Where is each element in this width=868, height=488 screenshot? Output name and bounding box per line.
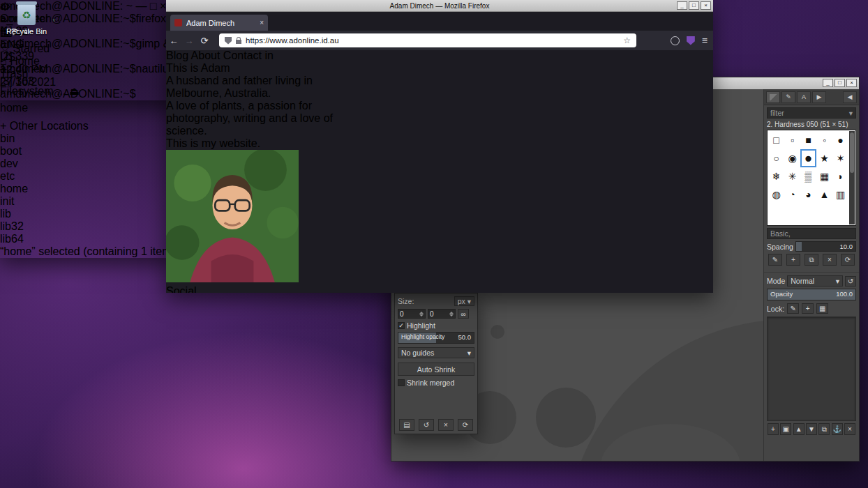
fonts-tab[interactable]: A — [797, 91, 811, 103]
layer-mode-select[interactable]: Normal ▾ — [787, 275, 843, 287]
brush-swatch[interactable]: ◦ — [816, 131, 832, 149]
folder-item[interactable]: etc — [0, 170, 175, 183]
edit-brush-button[interactable]: ✎ — [768, 254, 782, 266]
tracking-shield-icon[interactable] — [225, 37, 232, 45]
lower-layer-button[interactable]: ▼ — [806, 423, 817, 435]
folder-item[interactable]: dev — [0, 158, 175, 170]
firefox-titlebar[interactable]: Adam Dimech — Mozilla Firefox _ □ × — [166, 0, 713, 12]
delete-layer-button[interactable]: × — [844, 423, 855, 435]
tab-close-icon[interactable]: × — [260, 19, 264, 26]
height-spinner[interactable]: 0 — [428, 309, 456, 319]
chain-icon[interactable]: ∞ — [458, 309, 469, 319]
save-options-button[interactable]: ▤ — [399, 419, 414, 431]
spacing-slider[interactable]: 10.0 — [795, 241, 856, 252]
gimp-close-button[interactable]: × — [846, 79, 857, 87]
reload-button[interactable]: ⟳ — [197, 36, 212, 46]
browser-tab[interactable]: Adam Dimech × — [170, 15, 268, 31]
nav-link-blog[interactable]: Blog — [166, 49, 188, 61]
delete-brush-button[interactable]: × — [823, 254, 837, 266]
mode-reset-button[interactable]: ↺ — [845, 276, 856, 287]
refresh-brushes-button[interactable]: ⟳ — [841, 254, 855, 266]
brush-tag-input[interactable]: Basic, — [767, 228, 856, 239]
unit-select[interactable]: px ▾ — [454, 296, 474, 306]
layer-opacity-slider[interactable]: Opacity 100.0 — [767, 289, 856, 300]
new-brush-button[interactable]: + — [786, 254, 800, 266]
folder-item[interactable]: boot — [0, 145, 175, 158]
brush-swatch[interactable]: ▲ — [816, 185, 832, 204]
guides-select[interactable]: No guides ▾ — [398, 347, 474, 358]
new-layer-button[interactable]: + — [768, 423, 779, 435]
bookmark-star-icon[interactable]: ☆ — [623, 36, 631, 45]
brush-swatch[interactable]: ◕ — [800, 185, 816, 204]
account-icon[interactable] — [671, 36, 680, 45]
brush-swatch[interactable]: ◉ — [784, 149, 800, 167]
brush-swatch[interactable]: ▒ — [800, 167, 816, 185]
firefox-minimize-button[interactable]: _ — [677, 1, 687, 10]
brush-swatch[interactable]: ◍ — [768, 185, 784, 204]
brush-swatch[interactable]: □ — [768, 131, 784, 149]
brush-swatch[interactable]: ▫ — [784, 131, 800, 149]
linkedin-icon[interactable]: in — [264, 49, 273, 61]
brush-swatch[interactable]: ● — [832, 131, 848, 149]
brush-swatch[interactable]: ■ — [800, 131, 816, 149]
gimp-minimize-button[interactable]: _ — [823, 79, 833, 87]
firefox-close-button[interactable]: × — [701, 1, 711, 10]
brush-swatch[interactable]: ◗ — [832, 167, 848, 185]
brush-swatch[interactable]: ▦ — [816, 167, 832, 185]
brush-swatch[interactable]: ❄ — [768, 167, 784, 185]
brush-swatch[interactable]: ★ — [816, 149, 832, 167]
folder-item[interactable]: bin — [0, 132, 175, 145]
lock-alpha-icon[interactable]: ▦ — [816, 303, 828, 314]
terminal-maximize-button[interactable]: □ — [150, 0, 157, 12]
raise-layer-button[interactable]: ▲ — [793, 423, 805, 435]
folder-item[interactable]: lib32 — [0, 220, 175, 233]
terminal-minimize-button[interactable]: — — [136, 0, 147, 12]
brush-filter-input[interactable]: filter ▾ — [767, 107, 856, 119]
back-button[interactable]: ← — [166, 36, 181, 46]
anchor-layer-button[interactable]: ⚓ — [832, 423, 843, 435]
brush-swatch-selected[interactable]: ● — [800, 149, 816, 167]
folder-item[interactable]: lib — [0, 208, 175, 220]
reset-options-button[interactable]: ⟳ — [458, 419, 473, 431]
width-spinner[interactable]: 0 — [398, 309, 426, 319]
highlight-opacity-slider[interactable]: Highlight opacity 50.0 — [398, 332, 474, 344]
menu-icon[interactable]: ≡ — [702, 35, 708, 46]
sidebar-item-other-locations[interactable]: + Other Locations — [0, 120, 175, 132]
nav-link-contact[interactable]: Contact — [223, 49, 262, 61]
highlight-checkbox[interactable]: ✓ — [398, 322, 405, 329]
recycle-bin[interactable]: ♻ Recycle Bin — [6, 4, 47, 36]
firefox-maximize-button[interactable]: □ — [689, 1, 699, 10]
patterns-tab[interactable]: ✎ — [781, 91, 795, 103]
url-text[interactable]: https://www.adonline.id.au — [246, 36, 619, 45]
duplicate-brush-button[interactable]: ⧉ — [805, 254, 818, 266]
url-bar[interactable]: https://www.adonline.id.au ☆ — [219, 33, 636, 47]
new-group-button[interactable]: ▣ — [780, 423, 791, 435]
restore-options-button[interactable]: ↺ — [419, 419, 434, 431]
brush-grid-scrollbar[interactable] — [849, 131, 855, 224]
extension-icon[interactable] — [687, 36, 695, 45]
brush-swatch[interactable]: ○ — [768, 149, 784, 167]
forward-button[interactable]: → — [181, 36, 197, 46]
chevron-down-icon[interactable]: ▾ — [849, 109, 853, 117]
brush-swatch[interactable]: ◔ — [784, 185, 800, 204]
brush-swatch[interactable]: ✶ — [832, 149, 848, 167]
history-tab[interactable]: ▶ — [812, 91, 826, 103]
brush-swatch[interactable]: ▥ — [832, 185, 848, 204]
nav-link-about[interactable]: About — [191, 49, 220, 61]
folder-item-selected[interactable]: home — [0, 183, 175, 195]
shrink-merged-checkbox[interactable] — [398, 379, 405, 386]
brushes-tab[interactable] — [766, 91, 780, 103]
dock-menu-button[interactable]: ◀ — [843, 91, 857, 103]
sidebar-item-home-folder[interactable]: home — [0, 102, 175, 114]
auto-shrink-button[interactable]: Auto Shrink — [398, 363, 474, 376]
delete-options-button[interactable]: × — [438, 419, 454, 431]
lock-position-icon[interactable]: + — [802, 303, 814, 314]
folder-item[interactable]: lib64 — [0, 233, 175, 245]
gimp-maximize-button[interactable]: □ — [835, 79, 845, 87]
brush-swatch[interactable]: ✳ — [784, 167, 800, 185]
social-button[interactable]: Social — [166, 285, 713, 293]
layers-list[interactable] — [767, 317, 856, 421]
folder-item-init[interactable]: init — [0, 195, 175, 208]
duplicate-layer-button[interactable]: ⧉ — [818, 423, 830, 435]
lock-paint-icon[interactable]: ✎ — [787, 303, 799, 314]
